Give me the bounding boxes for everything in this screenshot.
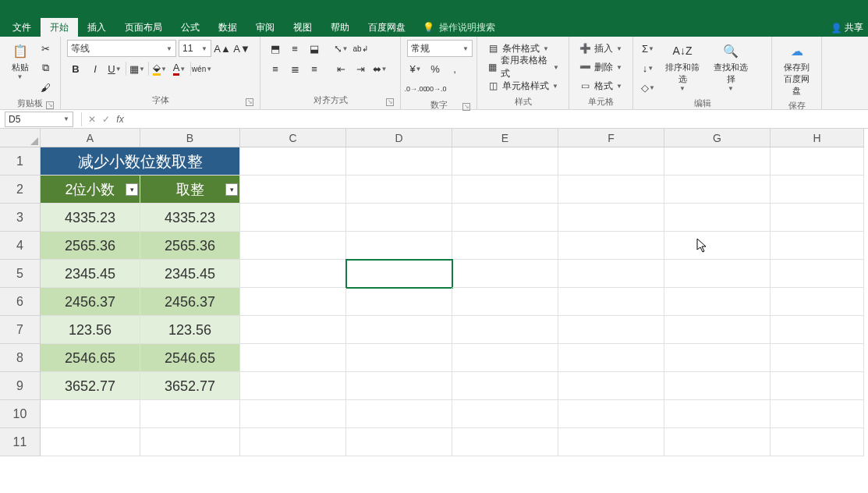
insert-cells-button[interactable]: ➕插入▼ (576, 40, 625, 57)
decrease-indent-button[interactable]: ⇤ (332, 60, 349, 77)
row-header-1[interactable]: 1 (0, 147, 41, 176)
row-header-3[interactable]: 3 (0, 204, 41, 232)
format-painter-button[interactable]: 🖌 (37, 79, 54, 96)
row-header-5[interactable]: 5 (0, 260, 41, 288)
cell-H3[interactable] (771, 204, 864, 232)
cell-A5[interactable]: 2345.45 (41, 260, 140, 288)
cell-D6[interactable] (346, 288, 452, 316)
cell-F6[interactable] (558, 288, 664, 316)
align-left-button[interactable]: ≡ (267, 60, 284, 77)
cell-D11[interactable] (346, 428, 452, 456)
sort-filter-button[interactable]: A↓Z 排序和筛选 ▼ (660, 40, 705, 94)
font-launcher[interactable]: ↘ (246, 98, 253, 106)
tab-data[interactable]: 数据 (209, 18, 246, 37)
cell-D9[interactable] (346, 372, 452, 400)
row-header-4[interactable]: 4 (0, 232, 41, 260)
currency-button[interactable]: ¥▼ (407, 60, 424, 77)
tab-review[interactable]: 审阅 (246, 18, 284, 37)
cell-A3[interactable]: 4335.23 (41, 204, 140, 232)
increase-indent-button[interactable]: ⇥ (352, 60, 369, 77)
cell-styles-button[interactable]: ◫单元格样式▼ (484, 77, 562, 94)
merge-button[interactable]: ⬌▼ (371, 60, 388, 77)
cell-A8[interactable]: 2546.65 (41, 344, 140, 372)
cell-H7[interactable] (771, 316, 864, 344)
cell-H11[interactable] (771, 428, 864, 456)
cell-E9[interactable] (452, 372, 558, 400)
cell-B2[interactable]: 取整▾ (140, 176, 240, 204)
cell-D10[interactable] (346, 400, 452, 428)
cell-G3[interactable] (664, 204, 771, 232)
tab-formulas[interactable]: 公式 (172, 18, 209, 37)
cell-H9[interactable] (771, 372, 864, 400)
cell-B6[interactable]: 2456.37 (140, 288, 240, 316)
column-header-D[interactable]: D (346, 129, 452, 147)
cell-C8[interactable] (240, 344, 346, 372)
column-header-C[interactable]: C (240, 129, 346, 147)
number-format-combo[interactable]: 常规▼ (407, 40, 473, 57)
row-header-7[interactable]: 7 (0, 316, 41, 344)
cell-F5[interactable] (558, 260, 664, 288)
font-color-button[interactable]: A▼ (171, 60, 188, 77)
format-cells-button[interactable]: ▭格式▼ (576, 77, 625, 94)
cell-E1[interactable] (452, 147, 558, 176)
cell-C3[interactable] (240, 204, 346, 232)
cell-C10[interactable] (240, 400, 346, 428)
align-bottom-button[interactable]: ⬓ (306, 40, 323, 57)
cell-C9[interactable] (240, 372, 346, 400)
cell-B5[interactable]: 2345.45 (140, 260, 240, 288)
tab-baidu[interactable]: 百度网盘 (359, 18, 415, 37)
column-header-H[interactable]: H (771, 129, 864, 147)
cell-C2[interactable] (240, 176, 346, 204)
phonetic-button[interactable]: wén▼ (193, 60, 211, 77)
row-header-6[interactable]: 6 (0, 288, 41, 316)
cell-H6[interactable] (771, 288, 864, 316)
cell-F10[interactable] (558, 400, 664, 428)
cell-F3[interactable] (558, 204, 664, 232)
cell-G10[interactable] (664, 400, 771, 428)
row-header-11[interactable]: 11 (0, 428, 41, 456)
decrease-font-button[interactable]: A▼ (233, 40, 250, 57)
tab-help[interactable]: 帮助 (321, 18, 359, 37)
underline-button[interactable]: U▼ (106, 60, 123, 77)
cell-F8[interactable] (558, 344, 664, 372)
enter-formula-button[interactable]: ✓ (99, 112, 113, 126)
cell-F7[interactable] (558, 316, 664, 344)
filter-button[interactable]: ▾ (126, 183, 138, 196)
cell-F9[interactable] (558, 372, 664, 400)
fill-color-button[interactable]: ⬙▼ (151, 60, 168, 77)
cell-B10[interactable] (140, 400, 240, 428)
filter-button[interactable]: ▾ (225, 183, 238, 196)
cell-B3[interactable]: 4335.23 (140, 204, 240, 232)
insert-function-button[interactable]: fx (113, 112, 127, 126)
cell-H5[interactable] (771, 260, 864, 288)
font-size-combo[interactable]: 11▼ (179, 40, 211, 57)
cell-A6[interactable]: 2456.37 (41, 288, 140, 316)
name-box[interactable]: D5▼ (5, 112, 73, 127)
cell-A1[interactable]: 减少小数位数取整 (41, 147, 240, 176)
cell-E3[interactable] (452, 204, 558, 232)
cell-E4[interactable] (452, 232, 558, 260)
cell-E10[interactable] (452, 400, 558, 428)
cell-G2[interactable] (664, 176, 771, 204)
align-middle-button[interactable]: ≡ (286, 40, 303, 57)
tab-insert[interactable]: 插入 (78, 18, 115, 37)
cell-D8[interactable] (346, 344, 452, 372)
column-header-F[interactable]: F (558, 129, 664, 147)
font-name-combo[interactable]: 等线▼ (67, 40, 176, 57)
cell-E8[interactable] (452, 344, 558, 372)
cell-D5[interactable] (346, 260, 452, 288)
cell-H2[interactable] (771, 176, 864, 204)
wrap-text-button[interactable]: ab↲ (352, 40, 369, 57)
align-center-button[interactable]: ≣ (286, 60, 303, 77)
cell-C4[interactable] (240, 232, 346, 260)
number-launcher[interactable]: ↘ (462, 103, 470, 111)
cell-D4[interactable] (346, 232, 452, 260)
decrease-decimal-button[interactable]: .00→.0 (427, 80, 444, 98)
bold-button[interactable]: B (67, 60, 84, 77)
cancel-formula-button[interactable]: ✕ (85, 112, 99, 126)
share-button[interactable]: 👤 共享 (831, 21, 863, 34)
increase-decimal-button[interactable]: .0→.00 (407, 80, 424, 98)
cell-F1[interactable] (558, 147, 664, 176)
delete-cells-button[interactable]: ➖删除▼ (576, 59, 625, 76)
alignment-launcher[interactable]: ↘ (386, 98, 394, 106)
